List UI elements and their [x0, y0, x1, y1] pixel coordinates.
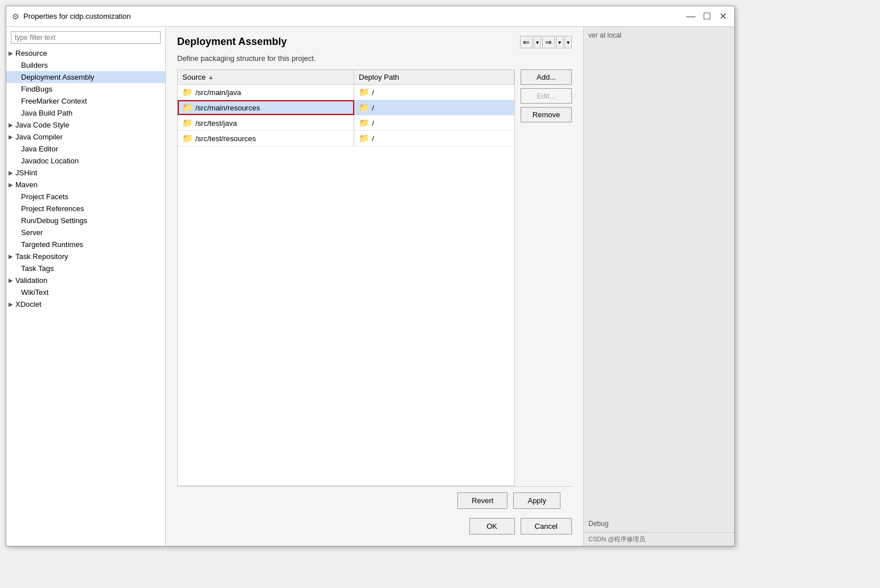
sidebar-item-javadoc-location[interactable]: Javadoc Location — [6, 155, 165, 167]
forward-button[interactable]: ⇒ — [542, 36, 555, 48]
sidebar-item-java-code-style[interactable]: ▶ Java Code Style — [6, 119, 165, 131]
maximize-button[interactable]: ☐ — [700, 10, 714, 23]
remove-button[interactable]: Remove — [521, 107, 572, 122]
expand-arrow-icon: ▶ — [9, 122, 14, 128]
sidebar-item-label: Java Editor — [21, 145, 58, 153]
folder-icon: 📁 — [182, 118, 193, 128]
bottom-bar: Revert Apply — [177, 486, 572, 515]
sidebar-item-run-debug[interactable]: Run/Debug Settings — [6, 215, 165, 227]
sidebar-item-findbugs[interactable]: FindBugs — [6, 83, 165, 95]
sidebar-item-task-repository[interactable]: ▶ Task Repository — [6, 250, 165, 262]
table-row[interactable]: 📁 /src/test/java 📁 / — [178, 116, 514, 131]
deploy-cell: 📁 / — [354, 116, 514, 130]
sidebar-item-label: Validation — [15, 276, 47, 285]
table-header: Source ▲ Deploy Path — [178, 70, 514, 85]
description-text: Define packaging structure for this proj… — [177, 54, 572, 63]
sidebar-item-label: Project Facets — [21, 192, 68, 201]
folder-icon: 📁 — [182, 87, 193, 97]
sidebar-item-xdoclet[interactable]: ▶ XDoclet — [6, 298, 165, 310]
sidebar-item-resource[interactable]: ▶ Resource — [6, 47, 165, 59]
cancel-button[interactable]: Cancel — [521, 518, 572, 534]
sidebar-item-label: Java Build Path — [21, 109, 72, 117]
sidebar-item-jshint[interactable]: ▶ JSHint — [6, 167, 165, 179]
sidebar-item-label: Javadoc Location — [21, 157, 79, 165]
deploy-path-column-header[interactable]: Deploy Path — [354, 70, 514, 84]
right-strip: ver at local Debug CSDN @程序修理员 — [583, 27, 734, 546]
title-bar: ⚙ Properties for cidp.customization — ☐ … — [6, 6, 734, 27]
table-section: Source ▲ Deploy Path 📁 /src/main/java — [177, 69, 572, 486]
sidebar-item-java-build-path[interactable]: Java Build Path — [6, 107, 165, 119]
expand-arrow-icon: ▶ — [9, 182, 14, 188]
sidebar-item-label: Resource — [15, 49, 47, 57]
sidebar-item-deployment-assembly[interactable]: Deployment Assembly — [6, 71, 165, 83]
deploy-folder-icon: 📁 — [359, 133, 370, 143]
folder-icon: 📁 — [182, 133, 193, 143]
title-bar-controls: — ☐ ✕ — [684, 10, 730, 23]
expand-arrow-icon: ▶ — [9, 301, 14, 307]
edit-button[interactable]: Edit... — [521, 88, 572, 104]
sidebar-item-label: Run/Debug Settings — [21, 216, 87, 225]
back-button[interactable]: ⇐ — [520, 36, 533, 48]
sidebar-item-targeted-runtimes[interactable]: Targeted Runtimes — [6, 239, 165, 250]
sidebar-item-validation[interactable]: ▶ Validation — [6, 274, 165, 286]
folder-icon: 📁 — [182, 102, 193, 113]
forward-dropdown-button[interactable]: ▾ — [556, 36, 563, 48]
back-dropdown-button[interactable]: ▾ — [534, 36, 541, 48]
close-button[interactable]: ✕ — [716, 10, 730, 23]
deploy-folder-icon: 📁 — [359, 87, 370, 97]
sidebar-item-builders[interactable]: Builders — [6, 59, 165, 71]
deploy-folder-icon: 📁 — [359, 118, 370, 128]
sidebar-item-label: Task Tags — [21, 264, 54, 273]
expand-arrow-icon: ▶ — [9, 277, 14, 283]
sidebar-item-maven[interactable]: ▶ Maven — [6, 179, 165, 191]
sort-arrow-icon: ▲ — [208, 74, 214, 80]
table-row[interactable]: 📁 /src/main/java 📁 / — [178, 85, 514, 100]
sidebar-item-label: Java Compiler — [15, 133, 63, 141]
add-button[interactable]: Add... — [521, 69, 572, 85]
sidebar-item-label: Targeted Runtimes — [21, 240, 83, 249]
filter-input[interactable] — [11, 31, 161, 44]
table-body: 📁 /src/main/java 📁 / 📁 — [178, 85, 514, 486]
expand-arrow-icon: ▶ — [9, 134, 14, 140]
sidebar-item-server[interactable]: Server — [6, 227, 165, 239]
sidebar-item-label: Task Repository — [15, 252, 68, 261]
main-content: Deployment Assembly ⇐ ▾ ⇒ ▾ ▾ Define pac… — [166, 27, 583, 546]
table-row[interactable]: 📁 /src/main/resources 📁 / — [178, 100, 514, 116]
deploy-cell: 📁 / — [354, 85, 514, 100]
table-row[interactable]: 📁 /src/test/resources 📁 / — [178, 131, 514, 146]
minimize-button[interactable]: — — [684, 10, 698, 23]
source-column-header[interactable]: Source ▲ — [178, 70, 354, 84]
source-cell: 📁 /src/main/java — [178, 85, 354, 100]
properties-dialog: ⚙ Properties for cidp.customization — ☐ … — [6, 6, 735, 546]
source-column-label: Source — [182, 73, 206, 81]
apply-button[interactable]: Apply — [513, 492, 560, 509]
source-path: /src/test/resources — [195, 134, 256, 143]
source-cell-highlighted: 📁 /src/main/resources — [178, 100, 354, 115]
right-strip-content: ver at local — [584, 27, 734, 44]
sidebar-item-label: Maven — [15, 180, 38, 189]
window-title: Properties for cidp.customization — [23, 12, 684, 20]
deploy-cell: 📁 / — [354, 131, 514, 146]
sidebar-item-wikitext[interactable]: WikiText — [6, 286, 165, 298]
sidebar-item-task-tags[interactable]: Task Tags — [6, 262, 165, 274]
sidebar-item-label: FreeMarker Context — [21, 97, 87, 105]
sidebar-item-label: JSHint — [15, 168, 37, 177]
sidebar-item-java-editor[interactable]: Java Editor — [6, 143, 165, 155]
sidebar-item-project-references[interactable]: Project References — [6, 203, 165, 215]
source-path: /src/main/java — [195, 88, 241, 97]
sidebar-item-label: Server — [21, 228, 43, 237]
right-strip-text: ver at local — [588, 31, 621, 39]
expand-arrow-icon: ▶ — [9, 50, 14, 56]
sidebar-item-label: Project References — [21, 204, 84, 213]
deploy-path: / — [372, 134, 374, 143]
sidebar-item-label: XDoclet — [15, 300, 42, 309]
menu-dropdown-button[interactable]: ▾ — [564, 36, 572, 48]
revert-button[interactable]: Revert — [457, 492, 507, 509]
deploy-cell-highlighted: 📁 / — [354, 100, 514, 115]
sidebar-item-java-compiler[interactable]: ▶ Java Compiler — [6, 131, 165, 143]
deployment-table: Source ▲ Deploy Path 📁 /src/main/java — [177, 69, 515, 486]
ok-button[interactable]: OK — [469, 518, 515, 534]
sidebar-item-label: Deployment Assembly — [21, 73, 95, 81]
sidebar-item-project-facets[interactable]: Project Facets — [6, 191, 165, 203]
sidebar-item-freemaker[interactable]: FreeMarker Context — [6, 95, 165, 107]
